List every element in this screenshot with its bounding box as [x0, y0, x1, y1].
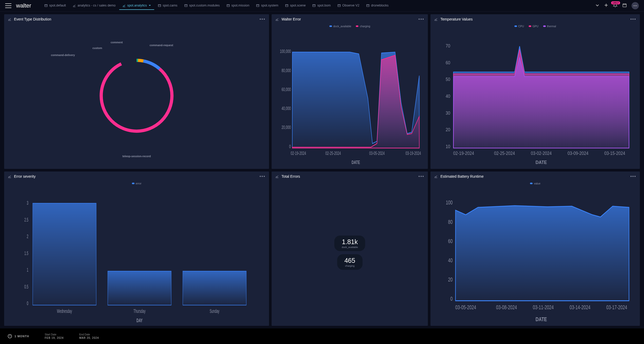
- svg-text:50: 50: [446, 77, 450, 82]
- svg-text:2: 2: [27, 233, 28, 239]
- tab-label: Observe V2: [342, 4, 359, 7]
- chevron-down-icon[interactable]: [595, 3, 599, 8]
- legend-label: value: [534, 182, 540, 185]
- tab-spot-default[interactable]: spot.default: [41, 2, 69, 10]
- svg-text:1: 1: [27, 267, 28, 272]
- tab-spot-scene[interactable]: spot.scene: [282, 2, 309, 10]
- svg-point-11: [635, 5, 636, 6]
- tab-label: spot.cams: [163, 4, 178, 7]
- legend-swatch: [543, 25, 546, 27]
- svg-text:0: 0: [450, 295, 453, 302]
- svg-text:100,000: 100,000: [280, 49, 291, 54]
- tab-analytics-cs-sales-demo[interactable]: analytics - cs / sales demo: [69, 2, 119, 10]
- date-value: MAR 20, 2024: [79, 336, 99, 339]
- svg-text:03-14-2024: 03-14-2024: [570, 304, 591, 310]
- tab-label: analytics - cs / sales demo: [77, 4, 116, 7]
- tab-spot-bom[interactable]: spot.bom: [309, 2, 334, 10]
- time-range-footer: 1 MONTH Start Date FEB 19, 2024 End Date…: [0, 328, 644, 344]
- app-title: walter: [16, 2, 31, 9]
- date-label: End Date: [79, 333, 99, 336]
- legend-item[interactable]: thermal: [543, 25, 556, 28]
- time-range-selector[interactable]: 1 MONTH: [8, 334, 29, 338]
- svg-text:0: 0: [27, 300, 28, 306]
- tab-spot-system[interactable]: spot.system: [253, 2, 281, 10]
- panel-menu-icon[interactable]: •••: [419, 17, 424, 22]
- tab-spot-analytics[interactable]: spot.analytics: [119, 2, 154, 10]
- panel-title-text: Walter Error: [281, 17, 301, 21]
- tab-observe-v2[interactable]: Observe V2: [334, 2, 363, 10]
- stat-value: 465: [344, 257, 355, 264]
- tab-spot-cams[interactable]: spot.cams: [155, 2, 181, 10]
- panel-menu-icon[interactable]: •••: [259, 17, 265, 22]
- stat-label: charging: [344, 264, 355, 267]
- area-chart-walter-error: 020,00040,00060,00080,000100,000 02-19-2…: [274, 30, 425, 166]
- panel-title-text: Event Type Distribution: [14, 17, 51, 21]
- tab-label: droneblocks: [371, 4, 388, 7]
- donut-label: command-delivery: [51, 53, 75, 57]
- svg-text:03-11-2024: 03-11-2024: [533, 304, 554, 310]
- legend-swatch: [356, 25, 358, 27]
- legend-item[interactable]: CPU: [514, 25, 524, 28]
- legend-swatch: [530, 183, 533, 184]
- svg-text:02-19-2024: 02-19-2024: [291, 151, 306, 156]
- legend-item[interactable]: value: [530, 182, 540, 185]
- svg-text:3: 3: [27, 200, 28, 205]
- svg-rect-8: [366, 4, 369, 6]
- svg-rect-4: [257, 4, 259, 6]
- legend-item[interactable]: dock_available: [329, 25, 351, 28]
- panel-title-text: Estimated Battery Runtime: [440, 174, 484, 178]
- chart-icon: [8, 175, 11, 178]
- x-axis-label: DATE: [352, 160, 360, 165]
- legend-item[interactable]: error: [132, 182, 141, 185]
- x-axis-label: DATE: [536, 160, 547, 165]
- donut-label: command-request: [150, 44, 173, 47]
- svg-rect-49: [183, 271, 246, 305]
- tab-label: spot.system: [261, 4, 278, 7]
- svg-text:80,000: 80,000: [282, 68, 291, 73]
- svg-text:20,000: 20,000: [282, 125, 291, 130]
- tab-droneblocks[interactable]: droneblocks: [363, 2, 392, 10]
- calendar-icon[interactable]: [622, 3, 627, 9]
- end-date-block[interactable]: End Date MAR 20, 2024: [79, 333, 99, 339]
- tab-label: spot.scene: [290, 4, 306, 7]
- chart-legend: CPUGPUthermal: [430, 24, 640, 29]
- menu-icon[interactable]: [5, 3, 11, 8]
- svg-text:Sunday: Sunday: [210, 308, 220, 314]
- svg-text:03-17-2024: 03-17-2024: [606, 304, 627, 310]
- legend-label: GPU: [533, 25, 539, 28]
- panel-event-type-distribution: Event Type Distribution ••• command-deli: [4, 14, 269, 169]
- panel-menu-icon[interactable]: •••: [419, 174, 424, 179]
- avatar[interactable]: [632, 2, 639, 9]
- legend-item[interactable]: GPU: [529, 25, 539, 28]
- svg-text:02-19-2024: 02-19-2024: [453, 151, 474, 156]
- chart-icon: [434, 175, 438, 178]
- panel-total-errors: Total Errors ••• 1.81k dock_available 46…: [272, 171, 428, 326]
- tab-label: spot.default: [49, 4, 66, 7]
- start-date-block[interactable]: Start Date FEB 19, 2024: [45, 333, 64, 339]
- svg-text:20: 20: [448, 276, 453, 283]
- panel-menu-icon[interactable]: •••: [630, 17, 636, 22]
- panel-menu-icon[interactable]: •••: [630, 174, 636, 179]
- plus-icon[interactable]: [604, 3, 608, 8]
- panel-temperature-values: Temperature Values ••• CPUGPUthermal 102…: [430, 14, 640, 169]
- svg-text:03-15-2024: 03-15-2024: [604, 151, 625, 156]
- chart-legend: error: [4, 181, 269, 187]
- toolbar-right: 13517: [595, 2, 639, 9]
- svg-text:40: 40: [448, 257, 453, 263]
- panel-menu-icon[interactable]: •••: [259, 174, 265, 179]
- legend-label: CPU: [518, 25, 524, 28]
- panel-walter-error: Walter Error ••• dock_availablecharging …: [272, 14, 428, 169]
- tab-spot-custom-modules[interactable]: spot.custom.modules: [181, 2, 223, 10]
- dashboard-grid: Event Type Distribution ••• command-deli: [0, 12, 644, 328]
- legend-item[interactable]: charging: [356, 25, 370, 28]
- svg-rect-9: [623, 4, 626, 7]
- legend-swatch: [329, 25, 332, 27]
- svg-point-10: [634, 5, 634, 6]
- panel-title-text: Error severity: [14, 174, 36, 178]
- svg-text:60,000: 60,000: [282, 87, 291, 92]
- legend-label: dock_available: [333, 25, 351, 28]
- tab-spot-mission[interactable]: spot.mission: [223, 2, 252, 10]
- bell-icon[interactable]: 13517: [613, 3, 618, 9]
- svg-text:2.5: 2.5: [24, 217, 28, 222]
- panel-error-severity: Error severity ••• error 00.511.522.53 W…: [4, 171, 269, 326]
